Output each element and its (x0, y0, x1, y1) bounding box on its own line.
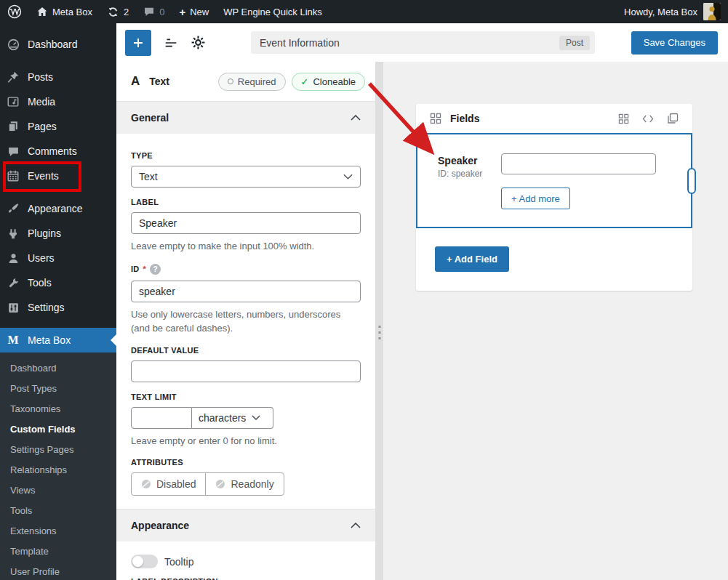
field-settings-panel: A Text Required ✓ Cloneable General TYPE… (116, 62, 375, 580)
active-menu-arrow (111, 334, 116, 346)
fields-panel-title: Fields (450, 113, 479, 124)
sidebar-item-media[interactable]: Media (0, 89, 116, 114)
wordpress-logo-icon[interactable] (0, 0, 29, 23)
submenu-item-relationships[interactable]: Relationships (0, 460, 116, 480)
label-input[interactable] (131, 212, 361, 234)
pin-icon (6, 70, 20, 84)
tooltip-toggle[interactable] (131, 555, 158, 568)
fields-card: Fields Speaker ID: speaker (416, 104, 692, 291)
panel-resize-divider[interactable] (375, 62, 383, 580)
field-header: A Text Required ✓ Cloneable (116, 62, 375, 101)
field-group-title-input[interactable] (251, 31, 595, 54)
add-field-button[interactable]: + Add Field (435, 246, 509, 272)
chevron-down-icon (343, 174, 353, 180)
comments-icon (6, 144, 20, 158)
site-menu[interactable]: Meta Box (29, 0, 100, 23)
submenu-item-settings-pages[interactable]: Settings Pages (0, 440, 116, 460)
home-icon (36, 6, 48, 17)
default-value-label: DEFAULT VALUE (131, 346, 361, 355)
help-icon[interactable]: ? (150, 264, 161, 275)
general-section-header[interactable]: General (116, 101, 375, 134)
comments-menu[interactable]: 0 (136, 0, 172, 23)
list-view-icon[interactable] (163, 35, 179, 51)
save-changes-button[interactable]: Save Changes (631, 31, 718, 55)
submenu-item-extensions[interactable]: Extensions (0, 521, 116, 541)
add-more-button[interactable]: + Add more (501, 188, 570, 209)
builder-toolbar: Post Save Changes (116, 23, 728, 62)
cloneable-toggle-pill[interactable]: ✓ Cloneable (292, 73, 365, 91)
type-label: TYPE (131, 151, 361, 160)
sidebar-item-meta-box[interactable]: M Meta Box (0, 328, 116, 353)
code-icon[interactable] (641, 114, 655, 124)
submenu-item-user-profile[interactable]: User Profile (0, 562, 116, 580)
admin-sidebar: Dashboard Posts Media Pages Comments Eve… (0, 23, 116, 580)
attributes-label: ATTRIBUTES (131, 458, 361, 467)
sidebar-item-dashboard[interactable]: Dashboard (0, 32, 116, 57)
chevron-up-icon (351, 115, 361, 121)
meta-box-submenu: Dashboard Post Types Taxonomies Custom F… (0, 353, 116, 580)
slash-circle-icon (215, 479, 225, 489)
drag-handle-icon (378, 322, 380, 343)
calendar-icon (6, 169, 20, 183)
sidebar-item-pages[interactable]: Pages (0, 114, 116, 139)
preview-area: Fields Speaker ID: speaker (383, 62, 728, 580)
submenu-item-views[interactable]: Views (0, 480, 116, 501)
default-value-input[interactable] (131, 361, 361, 382)
plus-icon (132, 36, 145, 49)
readonly-toggle-button[interactable]: Readonly (205, 472, 284, 496)
disabled-toggle-button[interactable]: Disabled (131, 472, 206, 496)
appearance-section-header[interactable]: Appearance (116, 509, 375, 541)
howdy-label[interactable]: Howdy, Meta Box (624, 7, 697, 17)
sidebar-item-events[interactable]: Events (0, 164, 116, 188)
preview-text-input[interactable] (501, 153, 656, 174)
type-select[interactable]: Text (131, 166, 361, 188)
admin-bar: Meta Box 2 0 + New WP Engine Quick Links… (0, 0, 728, 23)
submenu-item-custom-fields[interactable]: Custom Fields (0, 419, 116, 440)
update-icon (107, 6, 119, 18)
new-content-menu[interactable]: + New (172, 0, 216, 23)
updates-menu[interactable]: 2 (100, 0, 136, 23)
comments-count: 0 (159, 7, 164, 17)
id-label: ID* ? (131, 264, 361, 275)
add-block-button[interactable] (125, 30, 151, 56)
submenu-item-taxonomies[interactable]: Taxonomies (0, 399, 116, 419)
avatar[interactable] (703, 3, 721, 20)
layout-grid-icon[interactable] (618, 113, 629, 124)
fields-card-header: Fields (416, 104, 692, 133)
plugin-icon (6, 226, 20, 241)
site-name: Meta Box (52, 7, 92, 17)
label-help-text: Leave empty to make the input 100% width… (131, 240, 361, 254)
text-limit-input[interactable] (131, 407, 192, 429)
wp-engine-quick-links[interactable]: WP Engine Quick Links (216, 0, 329, 23)
tooltip-label: Tooltip (164, 556, 193, 568)
id-input[interactable] (131, 281, 361, 302)
appearance-section-body: Tooltip LABEL DESCRIPTION (116, 555, 375, 580)
submenu-item-dashboard[interactable]: Dashboard (0, 358, 116, 379)
sidebar-item-users[interactable]: Users (0, 246, 116, 270)
user-icon (6, 251, 20, 265)
grid-icon (430, 113, 441, 124)
sidebar-item-tools[interactable]: Tools (0, 270, 116, 295)
limit-unit-select[interactable]: characters (192, 407, 273, 429)
submenu-item-post-types[interactable]: Post Types (0, 379, 116, 399)
new-label: New (190, 7, 209, 17)
preview-field-label: Speaker (438, 155, 501, 166)
media-icon (6, 94, 20, 109)
gear-icon[interactable] (191, 35, 206, 50)
clone-drag-handle[interactable] (687, 168, 696, 194)
field-type-name: Text (149, 76, 169, 87)
required-toggle-pill[interactable]: Required (218, 73, 286, 91)
sidebar-item-appearance[interactable]: Appearance (0, 196, 116, 221)
sidebar-item-settings[interactable]: Settings (0, 295, 116, 320)
submenu-item-template[interactable]: Template (0, 541, 116, 562)
selected-field-preview[interactable]: Speaker ID: speaker + Add more (416, 133, 692, 228)
required-asterisk: * (143, 265, 147, 273)
sidebar-item-plugins[interactable]: Plugins (0, 221, 116, 246)
copy-icon[interactable] (667, 113, 679, 124)
sidebar-item-comments[interactable]: Comments (0, 139, 116, 164)
brush-icon (6, 201, 20, 216)
check-icon: ✓ (301, 76, 309, 87)
sidebar-item-posts[interactable]: Posts (0, 65, 116, 89)
general-section-body: TYPE Text LABEL Leave empty to make the … (116, 134, 375, 496)
submenu-item-tools[interactable]: Tools (0, 501, 116, 521)
